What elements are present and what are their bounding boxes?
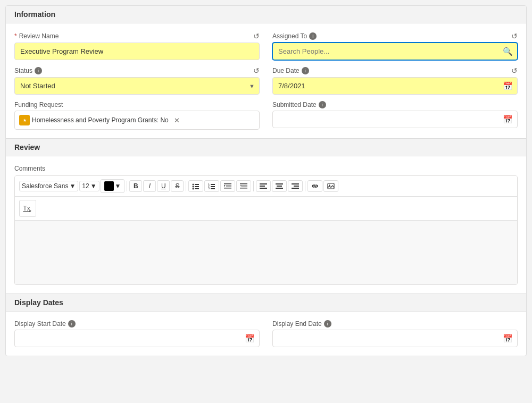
toolbar-separator-1	[127, 181, 127, 191]
display-end-date-calendar-icon[interactable]: 📅	[503, 334, 513, 343]
svg-marker-21	[240, 185, 242, 187]
align-right-button[interactable]	[288, 180, 303, 192]
status-label: Status	[14, 67, 32, 74]
underline-button[interactable]: U	[157, 180, 170, 192]
due-date-label-row: Due Date i ↺	[272, 66, 518, 75]
svg-point-4	[193, 186, 194, 188]
comments-label: Comments	[14, 165, 518, 172]
font-size-select[interactable]: 12 ▼	[79, 181, 99, 191]
review-name-input[interactable]	[15, 43, 259, 60]
submitted-date-field: Submitted Date i 📅	[272, 101, 518, 130]
display-start-date-label-left: Display Start Date i	[14, 320, 260, 328]
due-date-reset-icon[interactable]: ↺	[511, 66, 518, 75]
italic-button[interactable]: I	[143, 180, 156, 192]
insert-image-button[interactable]	[323, 180, 338, 192]
bold-button[interactable]: B	[129, 180, 142, 192]
assigned-to-input-wrapper: 🔍	[272, 43, 518, 60]
svg-point-33	[329, 184, 330, 186]
strikethrough-button[interactable]: S	[171, 180, 184, 192]
status-select[interactable]: Not Started In Progress Complete Cancell…	[15, 78, 259, 94]
funding-tag-text: Homelessness and Poverty Program Grants:…	[32, 116, 169, 124]
toolbar-separator-3	[253, 181, 254, 191]
svg-rect-18	[240, 183, 247, 184]
submitted-date-input[interactable]	[273, 111, 517, 128]
display-start-date-info-icon: i	[68, 320, 76, 328]
submitted-date-calendar-icon[interactable]: 📅	[503, 115, 513, 124]
align-left-button[interactable]	[256, 180, 271, 192]
status-select-wrapper: Not Started In Progress Complete Cancell…	[14, 77, 260, 95]
status-info-icon: i	[35, 67, 42, 74]
assigned-to-field: Assigned To i ↺ 🔍	[272, 32, 518, 60]
svg-rect-9	[211, 184, 215, 185]
rte-body[interactable]	[15, 221, 517, 284]
insert-link-button[interactable]	[307, 180, 322, 192]
assigned-to-label: Assigned To	[272, 32, 307, 40]
due-date-field: Due Date i ↺ 📅	[272, 66, 518, 95]
display-end-date-input-wrapper: 📅	[272, 330, 518, 347]
display-start-date-field: Display Start Date i 📅	[14, 320, 260, 347]
page-wrapper: Information * Review Name ↺	[5, 5, 527, 356]
display-end-date-info-icon: i	[324, 320, 331, 328]
svg-rect-19	[242, 186, 247, 187]
due-date-input-wrapper: 📅	[272, 77, 518, 95]
information-section-header: Information	[6, 6, 526, 23]
svg-marker-17	[224, 185, 226, 187]
svg-rect-20	[240, 188, 247, 189]
review-section-body: Comments Salesforce Sans ▼ 12 ▼ ▼	[6, 156, 526, 293]
review-name-reset-icon[interactable]: ↺	[253, 32, 260, 40]
rte-clear-row: Tx x	[15, 197, 517, 221]
text-color-button[interactable]: ▼	[101, 179, 125, 193]
review-name-field: * Review Name ↺	[14, 32, 260, 60]
svg-rect-26	[277, 186, 282, 187]
review-name-label: Review Name	[19, 32, 59, 40]
funding-request-label-left: Funding Request	[14, 101, 63, 108]
funding-request-tag-container: ★ Homelessness and Poverty Program Grant…	[14, 111, 260, 130]
display-start-date-calendar-icon[interactable]: 📅	[245, 334, 255, 343]
assigned-to-label-row: Assigned To i ↺	[272, 32, 518, 40]
submitted-date-label: Submitted Date	[272, 101, 317, 108]
indent-less-button[interactable]	[236, 180, 251, 192]
bullet-list-button[interactable]	[188, 180, 203, 192]
svg-text:3.: 3.	[208, 187, 210, 190]
funding-request-field: Funding Request ★ Homelessness and Pover…	[14, 101, 260, 130]
font-family-label: Salesforce Sans	[22, 182, 68, 190]
toolbar-separator-4	[305, 181, 305, 191]
svg-rect-3	[195, 184, 199, 185]
display-dates-title: Display Dates	[14, 298, 63, 307]
svg-text:★: ★	[23, 118, 27, 123]
clear-formatting-button[interactable]: Tx x	[19, 200, 36, 217]
review-name-label-left: * Review Name	[14, 32, 59, 40]
svg-point-6	[193, 188, 194, 190]
rte-container: Salesforce Sans ▼ 12 ▼ ▼ B	[14, 175, 518, 285]
due-date-calendar-icon[interactable]: 📅	[503, 81, 513, 91]
display-end-date-input[interactable]	[273, 330, 517, 347]
funding-tag: ★ Homelessness and Poverty Program Grant…	[19, 115, 169, 125]
submitted-date-label-left: Submitted Date i	[272, 101, 326, 108]
svg-point-2	[193, 184, 194, 186]
numbered-list-button[interactable]: 1.2.3.	[204, 180, 219, 192]
svg-rect-11	[211, 186, 215, 187]
svg-rect-28	[292, 183, 299, 184]
display-end-date-label: Display End Date	[272, 320, 322, 328]
search-icon[interactable]: 🔍	[503, 47, 513, 56]
funding-tag-remove-button[interactable]: ✕	[174, 116, 180, 124]
status-label-row: Status i ↺	[14, 66, 260, 75]
assigned-to-input[interactable]	[273, 43, 517, 60]
status-label-left: Status i	[14, 67, 42, 74]
due-date-label-left: Due Date i	[272, 67, 309, 74]
indent-more-button[interactable]	[220, 180, 235, 192]
svg-rect-7	[195, 188, 199, 189]
rte-toolbar: Salesforce Sans ▼ 12 ▼ ▼ B	[15, 176, 517, 197]
information-form-grid: * Review Name ↺ Assigned To i ↺	[14, 32, 518, 130]
status-reset-icon[interactable]: ↺	[253, 66, 260, 75]
display-end-date-field: Display End Date i 📅	[272, 320, 518, 347]
funding-request-label-row: Funding Request	[14, 101, 260, 108]
display-start-date-input[interactable]	[15, 330, 259, 347]
assigned-to-reset-icon[interactable]: ↺	[511, 32, 518, 40]
font-family-select[interactable]: Salesforce Sans ▼	[19, 181, 78, 191]
assigned-to-label-left: Assigned To i	[272, 32, 317, 40]
due-date-input[interactable]	[273, 78, 517, 94]
svg-rect-14	[224, 183, 231, 184]
funding-request-label: Funding Request	[14, 101, 63, 108]
align-center-button[interactable]	[272, 180, 287, 192]
